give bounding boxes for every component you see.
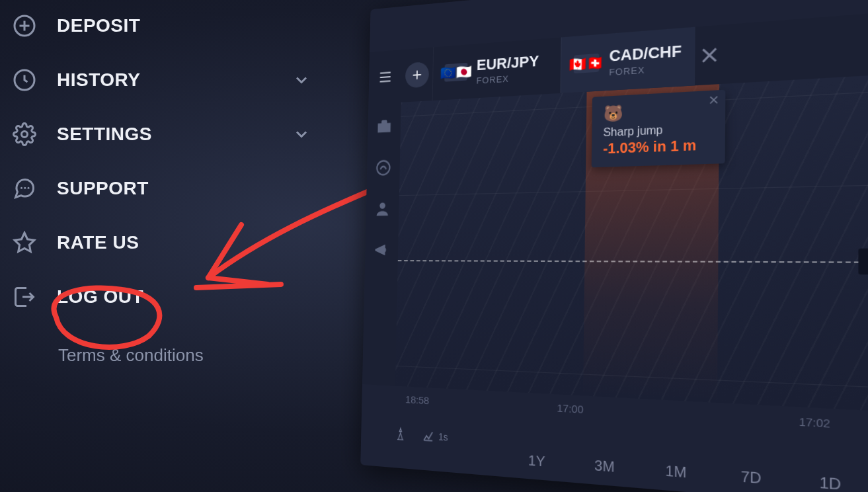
x-axis-tick: 17:02 — [799, 415, 830, 430]
terms-link[interactable]: Terms & conditions — [58, 345, 331, 366]
plus-circle-icon — [12, 13, 37, 38]
menu-label: LOG OUT — [57, 286, 143, 308]
close-tab-button[interactable] — [690, 36, 729, 75]
timeframe-1d[interactable]: 1D — [790, 459, 868, 492]
menu-item-history[interactable]: HISTORY — [12, 67, 331, 93]
svg-point-6 — [377, 161, 390, 175]
star-icon — [12, 230, 37, 255]
menu-item-rate-us[interactable]: RATE US — [12, 230, 331, 255]
main-menu-sidebar: DEPOSIT HISTORY SETTINGS SUPPORT RATE US — [0, 0, 331, 366]
trading-panel: $10000 DEMO 🇪🇺🇯🇵 EUR/JPY FOREX — [360, 0, 868, 492]
menu-label: DEPOSIT — [57, 15, 140, 36]
timeframe-7d[interactable]: 7D — [713, 454, 790, 492]
candle-interval-button[interactable]: 1s — [422, 429, 448, 444]
profile-icon[interactable] — [374, 199, 391, 218]
signal-popover[interactable]: 🐻Sharp jump-1.03% in 1 m — [592, 90, 726, 168]
chevron-down-icon — [292, 71, 311, 89]
signals-icon[interactable] — [375, 158, 392, 177]
tab-pair-label: CAD/CHF — [609, 42, 682, 65]
bear-icon: 🐻 — [604, 99, 713, 124]
x-axis-tick: 17:00 — [557, 401, 583, 415]
timeframe-1y[interactable]: 1Y — [504, 439, 571, 482]
svg-point-3 — [20, 187, 22, 189]
price-chart[interactable]: 0.775020.775000.774980.774950.77498🐻Shar… — [395, 71, 868, 415]
trading-panel-stage: $10000 DEMO 🇪🇺🇯🇵 EUR/JPY FOREX — [366, 7, 868, 492]
gear-icon — [12, 122, 37, 147]
menu-item-support[interactable]: SUPPORT — [12, 176, 331, 201]
menu-item-deposit[interactable]: DEPOSIT — [12, 13, 331, 38]
chart-mini-toolbar: 1s — [394, 427, 448, 444]
add-chart-button[interactable] — [401, 47, 433, 102]
chart-tool-rail — [362, 102, 401, 386]
account-type-label: DEMO — [829, 0, 868, 11]
pair-flag-icon: 🇨🇦🇨🇭 — [574, 54, 600, 73]
menu-item-logout[interactable]: LOG OUT — [12, 284, 331, 309]
chevron-down-icon — [292, 125, 311, 144]
tab-pair-label: EUR/JPY — [477, 52, 539, 73]
svg-point-4 — [24, 187, 26, 189]
candle-interval-label: 1s — [438, 431, 448, 443]
clock-icon — [12, 67, 37, 93]
menu-label: SETTINGS — [57, 124, 152, 145]
timeframe-3m[interactable]: 3M — [570, 444, 640, 488]
pair-flag-icon: 🇪🇺🇯🇵 — [444, 63, 467, 82]
chat-icon — [12, 176, 37, 201]
drawing-tools-button[interactable] — [394, 427, 407, 441]
briefcase-icon[interactable] — [375, 117, 393, 136]
menu-label: HISTORY — [57, 69, 140, 91]
svg-point-5 — [28, 187, 30, 189]
chart-tab-cadchf[interactable]: 🇨🇦🇨🇭 CAD/CHF FOREX — [561, 27, 695, 93]
logout-icon — [12, 284, 37, 309]
svg-point-2 — [22, 132, 28, 138]
account-balance-area[interactable]: $10000 DEMO — [829, 0, 868, 15]
timeframe-1m[interactable]: 1M — [639, 448, 713, 492]
menu-item-settings[interactable]: SETTINGS — [12, 122, 331, 147]
svg-point-7 — [379, 202, 385, 208]
x-axis-tick: 18:58 — [405, 393, 429, 406]
menu-label: RATE US — [57, 232, 139, 253]
hamburger-menu-button[interactable] — [368, 50, 402, 104]
chart-tab-eurjpy[interactable]: 🇪🇺🇯🇵 EUR/JPY FOREX — [432, 38, 552, 101]
current-price-tag[interactable]: 0.77498 — [858, 249, 868, 276]
promo-icon[interactable] — [373, 241, 390, 259]
signal-value: -1.03% in 1 m — [603, 136, 713, 157]
menu-label: SUPPORT — [57, 178, 149, 199]
close-icon[interactable] — [707, 93, 721, 107]
